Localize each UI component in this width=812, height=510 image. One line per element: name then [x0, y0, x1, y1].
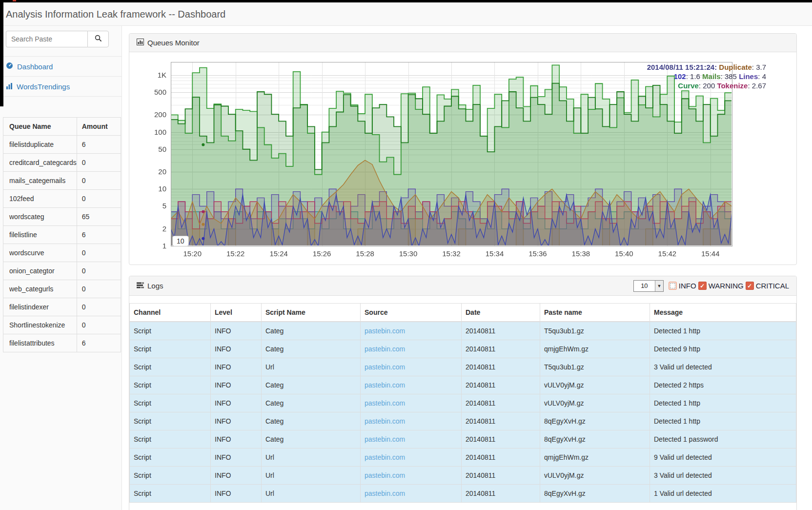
source-cell: pastebin.com — [361, 394, 462, 412]
logs-cell: 20140811 — [462, 394, 540, 412]
source-link[interactable]: pastebin.com — [365, 345, 405, 353]
source-link[interactable]: pastebin.com — [365, 327, 405, 335]
source-link[interactable]: pastebin.com — [365, 381, 405, 389]
logs-column-header: Channel — [130, 304, 211, 322]
logs-cell: Script — [130, 448, 211, 466]
logs-cell: Categ — [262, 340, 361, 358]
source-link[interactable]: pastebin.com — [365, 363, 405, 371]
queue-amount-cell: 0 — [77, 298, 121, 316]
queue-amount-cell: 6 — [77, 334, 121, 352]
logs-table-row: ScriptINFOCategpastebin.com201408118qEgy… — [130, 412, 796, 430]
warning-checkbox[interactable]: ✓ — [698, 282, 707, 290]
logs-icon — [137, 282, 144, 290]
logs-cell: INFO — [211, 394, 262, 412]
queue-amount-cell: 0 — [77, 262, 121, 280]
logs-cell: Categ — [262, 394, 361, 412]
queue-table-row: wordscurve0 — [3, 244, 121, 262]
logs-cell: 20140811 — [462, 376, 540, 394]
sidebar-item-label: Dashboard — [17, 62, 53, 71]
logs-table-row: ScriptINFOUrlpastebin.com20140811T5qu3ub… — [130, 358, 796, 376]
critical-checkbox[interactable]: ✓ — [746, 282, 754, 290]
queue-amount-cell: 0 — [77, 190, 121, 208]
chart-panel-icon — [137, 39, 144, 47]
legend-segment: Lines — [739, 72, 758, 81]
queue-table-row: filelistline6 — [3, 226, 121, 244]
logs-cell: INFO — [211, 484, 262, 502]
legend-segment: Tokenize — [717, 82, 748, 90]
filter-label: CRITICAL — [756, 282, 789, 290]
search-input[interactable] — [6, 31, 87, 47]
queue-table-row: filelistduplicate6 — [3, 136, 121, 154]
logs-cell: Script — [130, 430, 211, 448]
logs-cell: 9 Valid url detected — [650, 448, 796, 466]
info-checkbox[interactable] — [669, 282, 677, 290]
logs-cell: Categ — [262, 430, 361, 448]
source-cell: pastebin.com — [361, 466, 462, 484]
source-link[interactable]: pastebin.com — [365, 435, 405, 443]
legend-segment: : 3.7 — [752, 63, 766, 71]
screen-edge-top — [0, 0, 812, 2]
logs-cell: vULV0yjM.gz — [540, 376, 650, 394]
logs-body: ChannelLevelScript NameSourceDatePaste n… — [129, 296, 796, 510]
source-link[interactable]: pastebin.com — [365, 490, 405, 497]
logs-cell: Url — [262, 484, 361, 502]
source-link[interactable]: pastebin.com — [365, 453, 405, 461]
filter-label: WARNING — [709, 282, 744, 290]
queue-table-row: filelistindexer0 — [3, 298, 121, 316]
logs-cell: Script — [130, 412, 211, 430]
logs-column-header: Script Name — [262, 304, 361, 322]
queue-table-row: wordscateg65 — [3, 208, 121, 226]
sidebar: Dashboard WordsTrendings Queue Name Amou… — [0, 26, 122, 510]
queue-amount-cell: 6 — [77, 136, 121, 154]
source-cell: pastebin.com — [361, 430, 462, 448]
dashboard-icon — [6, 62, 13, 71]
logs-cell: 20140811 — [462, 430, 540, 448]
source-link[interactable]: pastebin.com — [365, 417, 405, 425]
legend-segment: : 200 — [699, 82, 717, 90]
logs-cell: Script — [130, 466, 211, 484]
logs-cell: 20140811 — [462, 448, 540, 466]
queue-table-row: onion_categtor0 — [3, 262, 121, 280]
log-filter-warning: ✓WARNING — [698, 282, 744, 290]
legend-line: 2014/08/11 15:21:24: Duplicate: 3.7 — [647, 62, 766, 72]
source-link[interactable]: pastebin.com — [365, 399, 405, 407]
logs-cell: Script — [130, 358, 211, 376]
legend-segment: : 385 — [721, 72, 739, 81]
logs-column-header: Date — [462, 304, 540, 322]
source-link[interactable]: pastebin.com — [365, 471, 405, 479]
legend-segment: : 2.67 — [748, 82, 766, 90]
sidebar-item-wordstrendings[interactable]: WordsTrendings — [0, 77, 122, 97]
logs-cell: 3 Valid url detected — [650, 466, 796, 484]
search-button[interactable] — [87, 31, 109, 47]
page-title: Analysis Information Leak framework -- D… — [0, 2, 812, 20]
queue-amount-cell: 0 — [77, 316, 121, 334]
legend-line: 102: 1.6 Mails: 385 Lines: 4 — [647, 72, 766, 81]
queues-monitor-header: Queues Monitor — [129, 34, 796, 52]
logs-cell: Detected 1 http — [650, 322, 796, 340]
queue-amount-header: Amount — [77, 118, 121, 136]
search-icon — [95, 35, 102, 43]
logs-column-header: Message — [650, 304, 796, 322]
page-size-select[interactable]: 10 ▼ — [633, 280, 664, 292]
legend-segment: : 1.6 — [686, 72, 702, 81]
sidebar-item-dashboard[interactable]: Dashboard — [0, 57, 122, 77]
logs-cell: Script — [130, 484, 211, 502]
queue-table: Queue Name Amount filelistduplicate6cred… — [3, 117, 121, 352]
source-cell: pastebin.com — [361, 340, 462, 358]
queue-name-cell: filelistindexer — [3, 298, 77, 316]
queue-amount-cell: 0 — [77, 172, 121, 190]
logs-table-row: ScriptINFOCategpastebin.com20140811vULV0… — [130, 394, 796, 412]
title-bar: Analysis Information Leak framework -- D… — [0, 2, 812, 26]
logs-cell: Detected 2 https — [650, 376, 796, 394]
logs-cell: Detected 1 http — [650, 412, 796, 430]
logs-cell: qmjgEhWm.gz — [540, 448, 650, 466]
queue-name-cell: creditcard_categcards — [3, 154, 77, 172]
logs-cell: T5qu3ub1.gz — [540, 358, 650, 376]
chart-legend: 2014/08/11 15:21:24: Duplicate: 3.7102: … — [647, 62, 766, 90]
logs-cell: INFO — [211, 376, 262, 394]
queue-table-row: filelistattributes6 — [3, 334, 121, 352]
logs-cell: vULV0yjM.gz — [540, 466, 650, 484]
queue-table-row: web_categurls0 — [3, 280, 121, 298]
queue-name-cell: wordscateg — [3, 208, 77, 226]
sidebar-nav: Dashboard WordsTrendings — [0, 56, 122, 97]
